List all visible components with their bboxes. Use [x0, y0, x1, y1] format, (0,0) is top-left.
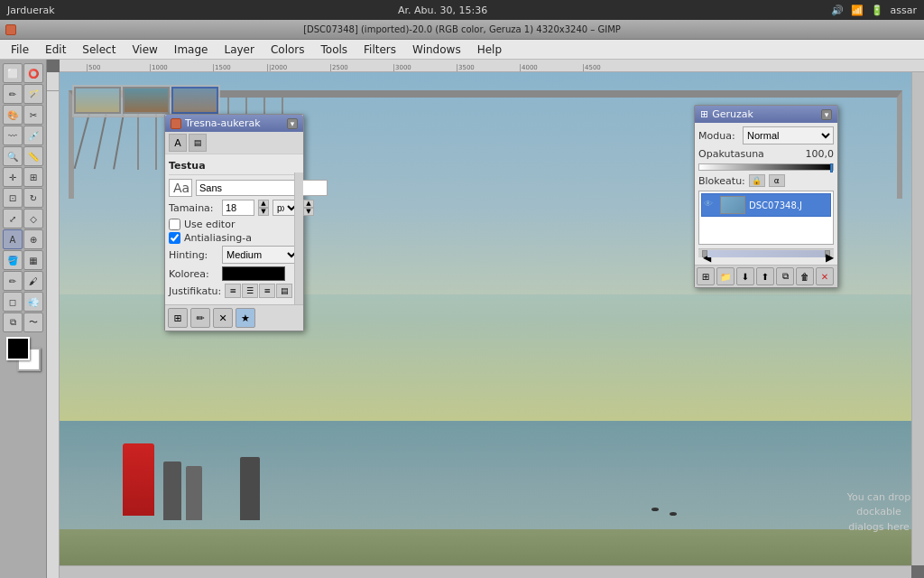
layer-new-btn[interactable]: ⊞ [697, 267, 715, 285]
tool-align[interactable]: ⊞ [23, 167, 43, 187]
lock-alpha-btn[interactable]: α [769, 174, 785, 187]
color-swatch-button[interactable] [222, 266, 285, 281]
thumbnails-strip [72, 85, 220, 117]
align-right-btn[interactable]: ≡ [259, 284, 275, 298]
tool-move[interactable]: ✛ [3, 167, 23, 187]
tool-options-edit-btn[interactable]: ✏ [190, 308, 210, 328]
menu-filters[interactable]: Filters [356, 42, 403, 58]
tool-options-new-btn[interactable]: ⊞ [168, 308, 188, 328]
opacity-value: 100,0 [768, 148, 834, 160]
layers-expand-btn[interactable]: ▾ [821, 109, 832, 120]
layer-open-btn[interactable]: 📁 [716, 267, 735, 285]
font-name-input[interactable] [196, 180, 328, 196]
menu-view[interactable]: View [125, 42, 164, 58]
layer-eye-icon[interactable]: 👁 [704, 199, 716, 211]
tool-crop[interactable]: ⊡ [3, 188, 23, 208]
color-option-row: Kolorea: [169, 266, 300, 281]
tool-smudge[interactable]: 〜 [23, 312, 43, 332]
layers-scroll-thumb[interactable] [707, 250, 825, 257]
thumbnail-3[interactable] [171, 87, 218, 114]
tool-rotate[interactable]: ↻ [23, 188, 43, 208]
gimp-window: [DSC07348] (imported)-20.0 (RGB color, G… [0, 20, 924, 578]
font-preview: Aa [169, 179, 192, 197]
unit-down-btn[interactable]: ▼ [303, 208, 314, 216]
tool-options-save-btn[interactable]: ★ [236, 308, 255, 328]
menu-select[interactable]: Select [75, 42, 123, 58]
menu-edit[interactable]: Edit [38, 42, 73, 58]
menu-windows[interactable]: Windows [405, 42, 468, 58]
layer-close-btn[interactable]: ✕ [816, 267, 834, 285]
ruler-tick-2500: 2500 [330, 64, 348, 71]
ruler-tick-4500: 4500 [583, 64, 601, 71]
tool-fuzzy-select[interactable]: 🪄 [23, 84, 43, 104]
tool-shear[interactable]: ◇ [23, 209, 43, 228]
tool-clone[interactable]: ⧉ [3, 312, 23, 332]
antialiasing-row: Antialiasing-a [169, 232, 300, 244]
layer-delete-btn[interactable]: 🗑 [796, 267, 814, 285]
tool-paintbrush[interactable]: 🖌 [23, 271, 43, 291]
thumbnail-2[interactable] [123, 87, 170, 114]
menu-tools[interactable]: Tools [314, 42, 356, 58]
menu-image[interactable]: Image [167, 42, 216, 58]
layers-scrollbar-h[interactable]: ◀ ▶ [698, 248, 834, 257]
tool-pencil[interactable]: ✏ [3, 271, 23, 291]
use-editor-checkbox[interactable] [169, 219, 180, 230]
tool-free-select[interactable]: ✏ [3, 84, 23, 104]
tool-eraser[interactable]: ◻ [3, 292, 23, 312]
opacity-slider[interactable] [698, 163, 834, 171]
menu-help[interactable]: Help [470, 42, 509, 58]
tool-options-close-btn[interactable] [171, 118, 181, 129]
scrollbar-bottom[interactable] [60, 565, 911, 578]
hinting-select[interactable]: None Slight Medium Full [222, 246, 300, 264]
layer-duplicate-btn[interactable]: ⧉ [776, 267, 794, 285]
menu-layer[interactable]: Layer [217, 42, 261, 58]
tool-options-titlebar-left: Tresna-aukerak [171, 117, 261, 129]
layers-scroll-right[interactable]: ▶ [825, 250, 830, 257]
align-left-btn[interactable]: ≡ [225, 284, 241, 298]
tool-text[interactable]: A [3, 229, 23, 249]
align-justify-btn[interactable]: ▤ [276, 284, 292, 298]
person-dark-2 [186, 466, 202, 520]
tool-zoom[interactable]: 🔍 [3, 146, 23, 166]
tool-bucket[interactable]: 🪣 [3, 250, 23, 270]
tool-heal[interactable]: ⊕ [23, 229, 43, 249]
tool-ellipse-select[interactable]: ⭕ [23, 63, 43, 83]
menu-file[interactable]: File [4, 42, 36, 58]
tool-measure[interactable]: 📏 [23, 146, 43, 166]
tool-options-tool-icon[interactable]: A [169, 134, 187, 152]
image-area[interactable]: 500 1000 1500 |2000 2500 3000 3500 4000 … [47, 60, 924, 578]
layers-titlebar[interactable]: ⊞ Geruzak ▾ [695, 106, 837, 123]
size-input[interactable] [222, 200, 254, 216]
tool-color-picker[interactable]: 💉 [23, 126, 43, 145]
align-center-btn[interactable]: ☰ [242, 284, 258, 298]
tool-scale[interactable]: ⤢ [3, 209, 23, 228]
foreground-color-swatch[interactable] [6, 337, 30, 360]
tool-options-scrollbar[interactable] [294, 172, 303, 304]
mode-select[interactable]: Normal Dissolve Multiply Screen Overlay [743, 126, 834, 144]
lock-pixels-btn[interactable]: 🔒 [749, 174, 765, 187]
tool-airbrush[interactable]: 💨 [23, 292, 43, 312]
title-bar-close-btn[interactable] [5, 24, 16, 35]
tool-options-extra-icon[interactable]: ▤ [189, 134, 207, 152]
tool-options-delete-btn[interactable]: ✕ [213, 308, 233, 328]
tool-paths[interactable]: 〰 [3, 126, 23, 145]
tool-color-select[interactable]: 🎨 [3, 105, 23, 125]
opacity-slider-thumb[interactable] [830, 163, 833, 172]
size-down-btn[interactable]: ▼ [258, 208, 269, 216]
layer-move-up-btn[interactable]: ⬆ [756, 267, 774, 285]
tool-row-4: 〰 💉 [3, 126, 43, 145]
tool-options-titlebar[interactable]: Tresna-aukerak ▾ [165, 115, 303, 132]
layer-item[interactable]: 👁 DSC07348.J [701, 193, 831, 217]
size-up-btn[interactable]: ▲ [258, 200, 269, 208]
tool-rect-select[interactable]: ⬜ [3, 63, 23, 83]
tool-options-expand-btn[interactable]: ▾ [287, 118, 298, 129]
layer-thumbnail [720, 196, 745, 214]
thumbnail-1[interactable] [74, 87, 121, 114]
tool-scissors[interactable]: ✂ [23, 105, 43, 125]
layer-move-down-btn[interactable]: ⬇ [736, 267, 754, 285]
unit-up-btn[interactable]: ▲ [303, 200, 314, 208]
antialiasing-checkbox[interactable] [169, 232, 180, 244]
opacity-row: Opakutasuna 100,0 [698, 148, 834, 160]
menu-colors[interactable]: Colors [263, 42, 312, 58]
tool-blend[interactable]: ▦ [23, 250, 43, 270]
